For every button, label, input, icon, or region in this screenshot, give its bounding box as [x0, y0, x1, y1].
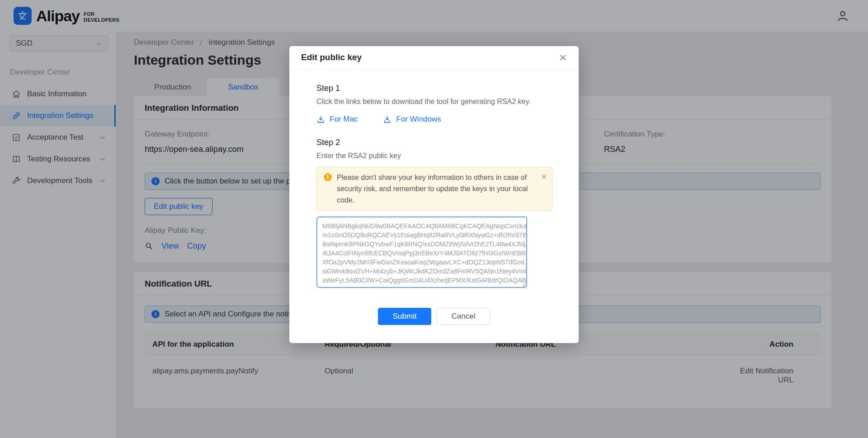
warning-close-icon[interactable]: ✕ [541, 171, 547, 183]
download-link-label: For Mac [330, 115, 358, 124]
close-icon[interactable]: ✕ [559, 53, 567, 62]
security-warning-text: Please don't share your key information … [337, 174, 528, 204]
rsa2-public-key-textarea[interactable]: MIIBIjANBgkqhkiG9w0BAQEFAAOCAQ8AMIIBCgKC… [316, 217, 527, 288]
modal-title: Edit public key [301, 52, 362, 62]
step2-description: Enter the RSA2 public key [316, 152, 552, 160]
submit-button[interactable]: Submit [378, 308, 431, 325]
step1-title: Step 1 [316, 84, 552, 93]
cancel-button[interactable]: Cancel [437, 308, 490, 325]
download-icon [383, 115, 392, 124]
step1-description: Click the links below to download the to… [316, 98, 552, 106]
app-root: Alipay FOR DEVELOPERS SGD Developer Cent… [0, 0, 868, 438]
download-icon [316, 115, 325, 124]
step2-title: Step 2 [316, 138, 552, 147]
download-for-mac-link[interactable]: For Mac [316, 115, 358, 124]
security-warning-banner: ! Please don't share your key informatio… [316, 167, 552, 211]
edit-public-key-modal: Edit public key ✕ Step 1 Click the links… [289, 46, 579, 343]
download-link-label: For Windows [396, 115, 441, 124]
warning-icon: ! [324, 173, 332, 181]
download-for-windows-link[interactable]: For Windows [383, 115, 441, 124]
